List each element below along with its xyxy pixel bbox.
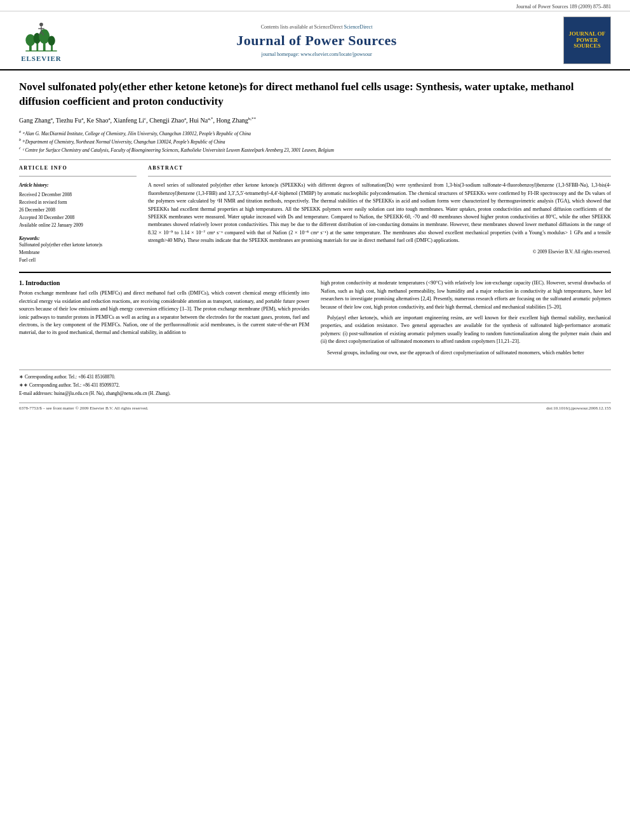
intro-para-1: Proton exchange membrane fuel cells (PEM… [19, 290, 309, 337]
footer-issn: 0378-7753/$ – see front matter © 2009 El… [19, 406, 149, 411]
elsevier-logo: ELSEVIER [13, 18, 70, 62]
right-col-abstract: ABSTRACT A novel series of sulfonated po… [148, 165, 611, 264]
elsevier-brand-label: ELSEVIER [21, 55, 62, 62]
journal-footer: 0378-7753/$ – see front matter © 2009 El… [19, 403, 611, 411]
journal-header: ELSEVIER Contents lists available at Sci… [0, 11, 630, 70]
abstract-heading: ABSTRACT [148, 165, 611, 171]
svg-point-9 [39, 23, 43, 27]
abstract-text: A novel series of sulfonated poly(ether … [148, 182, 611, 244]
intro-para-3: Poly(aryl ether ketone)s, which are impo… [321, 314, 611, 346]
body-two-col: 1. Introduction Proton exchange membrane… [19, 279, 611, 360]
journal-homepage: journal homepage: www.elsevier.com/locat… [70, 51, 563, 57]
history-label: Article history: [19, 182, 137, 189]
keywords-label: Keywords: [19, 236, 137, 241]
article-info-divider [19, 176, 137, 177]
intro-para-2: high proton conductivity at moderate tem… [321, 279, 611, 311]
body-right-col: high proton conductivity at moderate tem… [321, 279, 611, 360]
keyword-1: Sulfonated poly(ether ether ketone keton… [19, 241, 137, 249]
journal-title: Journal of Power Sources [70, 32, 563, 49]
introduction-title: 1. Introduction [19, 279, 309, 286]
keywords-section: Keywords: Sulfonated poly(ether ether ke… [19, 236, 137, 264]
email-label: E-mail addresses: [19, 390, 53, 396]
body-divider [19, 272, 611, 273]
abstract-divider [148, 176, 611, 177]
journal-center: Contents lists available at ScienceDirec… [70, 24, 563, 57]
received-date: Received 2 December 2008 [19, 191, 137, 199]
accepted-date: Accepted 30 December 2008 [19, 214, 137, 222]
left-col-article-info: ARTICLE INFO Article history: Received 2… [19, 165, 137, 264]
journal-info: Journal of Power Sources 189 (2009) 875–… [516, 4, 611, 10]
footnote-emails: E-mail addresses: huina@jlu.edu.cn (H. N… [19, 390, 611, 397]
logo-title-text: JOURNAL OFPOWERSOURCES [569, 31, 606, 50]
introduction-text-right: high proton conductivity at moderate tem… [321, 279, 611, 357]
received-revised-date: 26 December 2008 [19, 206, 137, 214]
svg-point-7 [48, 36, 55, 46]
journal-logo-right: JOURNAL OFPOWERSOURCES [563, 17, 611, 64]
main-content: Novel sulfonated poly(ether ether ketone… [0, 70, 630, 417]
top-bar: Journal of Power Sources 189 (2009) 875–… [0, 0, 630, 11]
body-left-col: 1. Introduction Proton exchange membrane… [19, 279, 309, 360]
footnote-star2: ∗∗ Corresponding author. Tel.: +86 431 8… [19, 382, 611, 389]
elsevier-tree-icon [22, 18, 60, 53]
keyword-3: Fuel cell [19, 257, 137, 264]
homepage-url[interactable]: www.elsevier.com/locate/jpowsour [300, 51, 372, 57]
affiliations: a ᵃ Alan G. MacDiarmid Institute, Colleg… [19, 129, 611, 153]
footnote-star1: ∗ Corresponding author. Tel.: +86 431 85… [19, 373, 611, 380]
copyright-line: © 2009 Elsevier B.V. All rights reserved… [148, 249, 611, 255]
authors-line: Gang Zhanga, Tiezhu Fua, Ke Shaoa, Xianf… [19, 116, 611, 125]
intro-para-4: Several groups, including our own, use t… [321, 349, 611, 357]
available-online: Available online 22 January 2009 [19, 222, 137, 229]
introduction-text-left: Proton exchange membrane fuel cells (PEM… [19, 290, 309, 337]
received-revised-label: Received in revised form [19, 199, 137, 206]
article-history: Article history: Received 2 December 200… [19, 182, 137, 229]
keyword-2: Membrane [19, 249, 137, 257]
sciencedirect-link[interactable]: ScienceDirect [344, 24, 372, 30]
footer-doi: doi:10.1016/j.jpowsour.2008.12.155 [546, 406, 611, 411]
article-info-heading: ARTICLE INFO [19, 165, 137, 171]
footnotes-section: ∗ Corresponding author. Tel.: +86 431 85… [19, 370, 611, 397]
article-info-abstract-cols: ARTICLE INFO Article history: Received 2… [19, 165, 611, 264]
section-divider [19, 159, 611, 160]
contents-available-line: Contents lists available at ScienceDirec… [70, 24, 563, 30]
article-title: Novel sulfonated poly(ether ether ketone… [19, 80, 611, 109]
keywords-list: Sulfonated poly(ether ether ketone keton… [19, 241, 137, 264]
email-addresses: huina@jlu.edu.cn (H. Na), zhangh@nenu.ed… [54, 390, 171, 396]
page-wrapper: Journal of Power Sources 189 (2009) 875–… [0, 0, 630, 840]
